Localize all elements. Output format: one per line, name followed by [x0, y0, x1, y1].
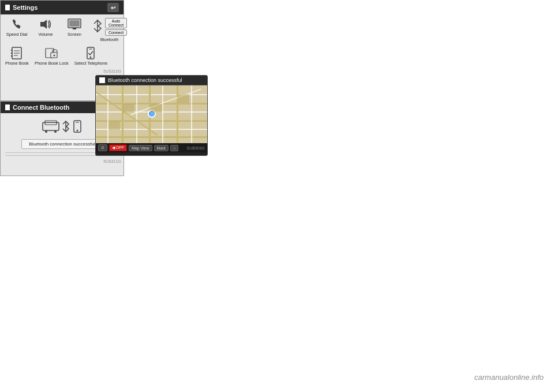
watermark: carmanualonline.info [474, 373, 544, 382]
speeddial-label: Speed Dial [6, 32, 28, 37]
connect-icons-row [42, 119, 83, 136]
phonebook-label: Phone Book [5, 61, 29, 66]
connect-header-icon [5, 104, 10, 110]
settings-item-phonebook-lock[interactable]: Phone Book Lock [35, 47, 69, 66]
svg-rect-11 [11, 55, 12, 57]
settings-item-screen[interactable]: Screen [63, 18, 86, 37]
bluetooth-icon [92, 19, 103, 33]
svg-point-20 [45, 130, 47, 133]
settings-item-volume[interactable]: Volume [34, 18, 57, 37]
select-telephone-label: Select Telephone [74, 61, 107, 66]
screen-icon [66, 18, 83, 31]
back-button[interactable]: ↩ [107, 3, 119, 12]
svg-rect-9 [11, 50, 12, 51]
connect-status-text: Bluetooth connection successful [29, 141, 95, 147]
svg-point-17 [90, 57, 92, 58]
phonebook-lock-icon [43, 47, 59, 59]
map-code: SUB309G [186, 146, 205, 150]
map-btn-off[interactable]: ◀ OFF [109, 144, 127, 151]
settings-header: Settings ↩ [1, 1, 123, 14]
map-body: ⊙ [96, 85, 207, 143]
connect-bt-icon [62, 121, 70, 134]
bluetooth-label: Bluetooth [100, 37, 119, 42]
volume-icon [38, 18, 54, 31]
settings-row-2: Phone Book Phone Book Lock [5, 47, 119, 66]
svg-marker-0 [40, 20, 47, 29]
svg-rect-4 [72, 28, 77, 28]
svg-point-24 [76, 129, 78, 131]
settings-row-1: Speed Dial Volume [5, 18, 119, 42]
map-header-text: Bluetooth connection successful [108, 77, 182, 83]
volume-label: Volume [38, 32, 53, 37]
connect-btn[interactable]: Connect [105, 29, 127, 36]
watermark-text: carmanualonline.info [474, 373, 544, 382]
map-header-icon [99, 77, 105, 83]
map-btn-circle2[interactable]: ○ [170, 145, 178, 151]
map-panel: Bluetooth connection successful ⊙ ⊙ ◀ OF… [95, 75, 208, 156]
svg-point-14 [54, 55, 55, 57]
svg-point-21 [54, 130, 57, 133]
settings-code: 5US310G [1, 69, 123, 74]
connect-device-icon [42, 119, 59, 136]
connect-code: 5US311G [1, 159, 123, 165]
connect-title: Connect Bluetooth [13, 104, 69, 111]
map-btn-circle[interactable]: ⊙ [98, 144, 107, 151]
settings-body: Speed Dial Volume [1, 14, 123, 69]
svg-rect-3 [73, 28, 76, 29]
settings-title: Settings [13, 4, 38, 11]
connect-phone-icon [72, 120, 83, 135]
bluetooth-icon-area: Auto Connect Connect [92, 18, 127, 36]
settings-item-phonebook[interactable]: Phone Book [5, 47, 29, 66]
map-header: Bluetooth connection successful [96, 76, 207, 85]
speed-dial-icon [9, 18, 25, 31]
map-footer: ⊙ ◀ OFF Map View Mark ○ SUB309G [96, 143, 207, 152]
settings-header-left: Settings [5, 4, 38, 11]
settings-header-icon [5, 5, 10, 10]
phonebook-icon [9, 47, 25, 59]
connect-status-box: Bluetooth connection successful [21, 139, 102, 149]
map-btn-mark[interactable]: Mark [154, 145, 169, 151]
phonebook-lock-label: Phone Book Lock [35, 61, 69, 66]
select-telephone-icon [83, 47, 99, 59]
svg-rect-2 [69, 20, 80, 27]
map-btn-mapview[interactable]: Map View [129, 145, 152, 151]
bluetooth-buttons: Auto Connect Connect [105, 18, 127, 36]
settings-item-speeddial[interactable]: Speed Dial [5, 18, 28, 37]
settings-item-select-telephone[interactable]: Select Telephone [74, 47, 107, 66]
screen-label: Screen [68, 32, 81, 37]
auto-connect-btn[interactable]: Auto Connect [105, 18, 127, 28]
svg-rect-10 [11, 53, 12, 54]
settings-item-bluetooth[interactable]: Auto Connect Connect Bluetooth [92, 18, 127, 42]
